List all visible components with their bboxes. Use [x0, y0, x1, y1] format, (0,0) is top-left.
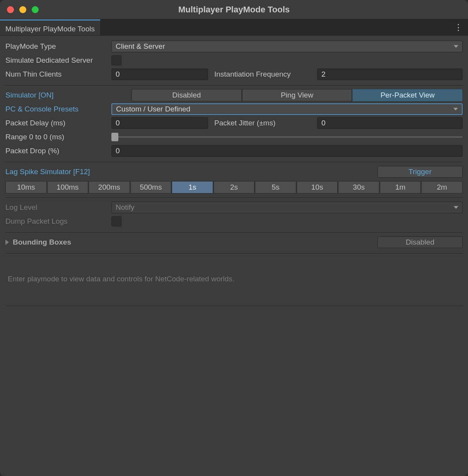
traffic-lights	[0, 6, 39, 13]
lag-header: Lag Spike Simulator [F12]	[5, 168, 375, 176]
simulator-header: Simulator [ON]	[5, 91, 129, 99]
input-value: 0	[116, 147, 120, 155]
dump-logs-label: Dump Packet Logs	[5, 217, 109, 226]
divider	[5, 306, 463, 306]
dropdown-value: Client & Server	[116, 42, 165, 51]
simulate-dedicated-checkbox[interactable]	[111, 55, 121, 65]
inst-freq-input[interactable]: 2	[317, 68, 463, 80]
close-icon[interactable]	[7, 6, 14, 13]
bounding-boxes-foldout[interactable]: Bounding Boxes Disabled	[5, 235, 463, 249]
simulate-dedicated-label: Simulate Dedicated Server	[5, 56, 109, 65]
input-value: 0	[116, 70, 120, 79]
simulator-view-segmented: DisabledPing ViewPer-Packet View	[132, 89, 463, 101]
triangle-right-icon	[5, 240, 9, 245]
lag-duration-2m[interactable]: 2m	[421, 181, 463, 193]
minimize-icon[interactable]	[19, 6, 26, 13]
inst-freq-label: Instantiation Frequency	[214, 70, 315, 79]
lag-duration-5s[interactable]: 5s	[255, 181, 296, 193]
divider	[5, 253, 463, 254]
divider	[5, 85, 463, 86]
range-label: Range 0 to 0 (ms)	[5, 133, 109, 141]
window: Multiplayer PlayMode Tools Multiplayer P…	[0, 0, 468, 476]
lag-duration-500ms[interactable]: 500ms	[130, 181, 172, 193]
packet-jitter-input[interactable]: 0	[317, 117, 463, 129]
lag-duration-30s[interactable]: 30s	[338, 181, 379, 193]
lag-duration-10ms[interactable]: 10ms	[5, 181, 47, 193]
lag-duration-2s[interactable]: 2s	[214, 181, 255, 193]
divider	[5, 197, 463, 198]
num-thin-clients-input[interactable]: 0	[111, 68, 208, 80]
chevron-down-icon	[454, 206, 458, 209]
trigger-button[interactable]: Trigger	[377, 166, 463, 178]
range-slider[interactable]	[111, 131, 463, 143]
bounding-boxes-button[interactable]: Disabled	[377, 236, 463, 248]
log-level-dropdown[interactable]: Notify	[111, 202, 463, 213]
input-value: 0	[321, 119, 326, 127]
zoom-icon[interactable]	[32, 6, 39, 13]
packet-delay-label: Packet Delay (ms)	[5, 119, 109, 127]
main-panel: PlayMode Type Client & Server Simulate D…	[0, 36, 468, 476]
lag-duration-1s[interactable]: 1s	[172, 181, 213, 193]
lag-duration-1m[interactable]: 1m	[380, 181, 421, 193]
lag-duration-100ms[interactable]: 100ms	[47, 181, 89, 193]
packet-drop-input[interactable]: 0	[111, 145, 463, 157]
packet-delay-input[interactable]: 0	[111, 117, 208, 129]
tab-label: Multiplayer PlayMode Tools	[5, 25, 95, 33]
tabbar: Multiplayer PlayMode Tools ⋮	[0, 19, 468, 36]
lag-duration-200ms[interactable]: 200ms	[89, 181, 130, 193]
input-value: 2	[321, 70, 326, 79]
bounding-boxes-label: Bounding Boxes	[13, 238, 377, 247]
dropdown-value: Notify	[116, 203, 135, 212]
button-label: Trigger	[408, 168, 431, 176]
chevron-down-icon	[453, 108, 458, 111]
packet-drop-label: Packet Drop (%)	[5, 147, 109, 155]
divider	[5, 162, 463, 163]
dump-logs-checkbox[interactable]	[111, 216, 121, 226]
packet-jitter-label: Packet Jitter (±ms)	[214, 119, 315, 127]
presets-label: PC & Console Presets	[5, 105, 109, 113]
slider-track	[111, 136, 463, 138]
log-level-label: Log Level	[5, 203, 109, 212]
lag-durations-segmented: 10ms100ms200ms500ms1s2s5s10s30s1m2m	[5, 181, 463, 193]
chevron-down-icon	[454, 45, 458, 48]
sim-view-per-packet-view[interactable]: Per-Packet View	[352, 89, 463, 101]
sim-view-disabled[interactable]: Disabled	[132, 89, 242, 101]
hint-text: Enter playmode to view data and controls…	[5, 256, 463, 302]
lag-duration-10s[interactable]: 10s	[297, 181, 338, 193]
button-label: Disabled	[406, 238, 434, 247]
titlebar: Multiplayer PlayMode Tools	[0, 0, 468, 19]
input-value: 0	[116, 119, 120, 127]
dropdown-value: Custom / User Defined	[116, 105, 190, 113]
num-thin-clients-label: Num Thin Clients	[5, 70, 109, 79]
kebab-icon[interactable]: ⋮	[454, 19, 463, 35]
presets-dropdown[interactable]: Custom / User Defined	[111, 103, 463, 115]
sim-view-ping-view[interactable]: Ping View	[242, 89, 352, 101]
slider-thumb[interactable]	[111, 133, 118, 141]
window-title: Multiplayer PlayMode Tools	[0, 5, 468, 15]
divider	[5, 232, 463, 233]
tab-playmode-tools[interactable]: Multiplayer PlayMode Tools	[0, 19, 100, 35]
playmode-type-dropdown[interactable]: Client & Server	[111, 41, 463, 52]
playmode-type-label: PlayMode Type	[5, 42, 109, 51]
